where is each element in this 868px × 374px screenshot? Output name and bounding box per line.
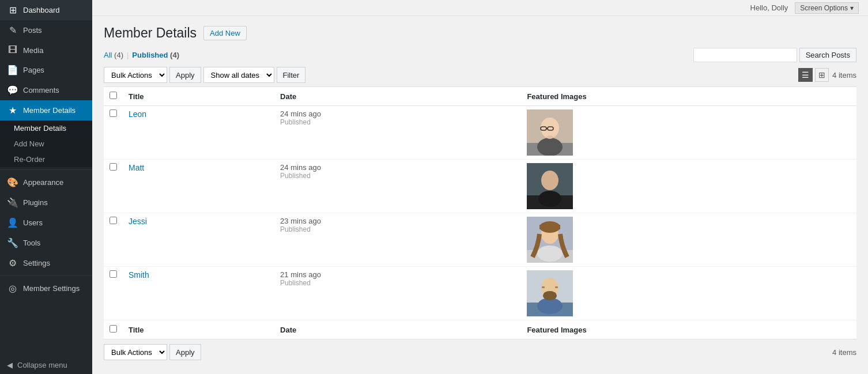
search-input[interactable] — [693, 48, 797, 62]
svg-point-22 — [543, 291, 557, 300]
submenu-re-order[interactable]: Re-Order — [0, 152, 92, 167]
sidebar-item-label: Pages — [23, 66, 44, 74]
row-status: Published — [280, 172, 515, 180]
date-filter-dropdown[interactable]: Show all dates — [204, 67, 274, 82]
row-title-cell: Jessi — [123, 213, 274, 267]
date-filter-select[interactable]: Show all dates — [203, 67, 274, 83]
screen-options-chevron-icon: ▾ — [850, 4, 854, 12]
apply-button-bottom[interactable]: Apply — [169, 344, 201, 360]
apply-button-top[interactable]: Apply — [169, 67, 201, 83]
row-date: 21 mins ago — [280, 270, 321, 279]
col-checkbox — [104, 87, 123, 106]
member-details-icon: ★ — [7, 105, 18, 116]
topbar: Hello, Dolly Screen Options ▾ — [92, 0, 868, 16]
col-title-footer: Title — [123, 320, 274, 339]
users-icon: 👤 — [7, 217, 18, 228]
sidebar-item-label: Comments — [23, 86, 59, 95]
row-checkbox-cell — [104, 106, 123, 160]
actions-left: Bulk Actions Apply Show all dates Filter — [104, 67, 305, 83]
collapse-menu-button[interactable]: ◀ Collapse menu — [0, 356, 92, 374]
bulk-actions-select-bottom[interactable]: Bulk Actions — [104, 344, 167, 360]
sidebar-item-member-settings[interactable]: ◎ Member Settings — [0, 278, 92, 299]
list-view-icon: ☰ — [802, 70, 809, 80]
bottom-bar: Bulk Actions Apply 4 items — [104, 344, 856, 360]
svg-point-7 — [546, 135, 553, 139]
submenu-add-new[interactable]: Add New — [0, 136, 92, 152]
post-title-link[interactable]: Matt — [129, 163, 144, 172]
search-posts-button[interactable]: Search Posts — [799, 48, 856, 62]
row-image-cell — [521, 267, 856, 320]
submenu-label: Member Details — [14, 124, 66, 133]
bulk-actions-dropdown-bottom[interactable]: Bulk Actions — [104, 345, 167, 360]
table-footer-row: Title Date Featured Images — [104, 320, 856, 339]
bulk-actions-select-top[interactable]: Bulk Actions — [104, 67, 167, 83]
sidebar-item-label: Dashboard — [23, 6, 60, 14]
comments-icon: 💬 — [7, 85, 18, 96]
row-checkbox-cell — [104, 213, 123, 267]
sidebar-item-plugins[interactable]: 🔌 Plugins — [0, 192, 92, 213]
post-title-link[interactable]: Leon — [129, 109, 146, 119]
sidebar-item-pages[interactable]: 📄 Pages — [0, 60, 92, 80]
row-checkbox-cell — [104, 267, 123, 320]
appearance-icon: 🎨 — [7, 177, 18, 188]
sidebar: ⊞ Dashboard ✎ Posts 🎞 Media 📄 Pages 💬 Co… — [0, 0, 92, 374]
filter-published-link[interactable]: Published (4) — [132, 51, 179, 59]
sidebar-item-label: Media — [23, 46, 43, 55]
sidebar-item-member-details[interactable]: ★ Member Details — [0, 100, 92, 120]
page-header: Member Details Add New — [104, 25, 856, 41]
row-checkbox[interactable] — [110, 217, 117, 224]
table-row: Jessi 23 mins ago Published — [104, 213, 856, 267]
media-icon: 🎞 — [7, 45, 18, 55]
col-images-footer: Featured Images — [521, 320, 856, 339]
sidebar-item-label: Users — [23, 218, 43, 227]
bulk-actions-dropdown-top[interactable]: Bulk Actions — [104, 67, 167, 82]
submenu-member-details[interactable]: Member Details — [0, 120, 92, 136]
view-icons: ☰ ⊞ — [798, 68, 829, 82]
col-checkbox-footer — [104, 320, 123, 339]
sidebar-item-comments[interactable]: 💬 Comments — [0, 80, 92, 100]
sidebar-item-dashboard[interactable]: ⊞ Dashboard — [0, 0, 92, 20]
row-checkbox[interactable] — [110, 270, 117, 278]
col-date-footer: Date — [274, 320, 521, 339]
select-all-checkbox-footer[interactable] — [110, 325, 117, 333]
sidebar-item-posts[interactable]: ✎ Posts — [0, 20, 92, 40]
sidebar-item-media[interactable]: 🎞 Media — [0, 40, 92, 60]
items-count-top: 4 items — [832, 71, 856, 80]
pages-icon: 📄 — [7, 65, 18, 75]
svg-point-11 — [538, 191, 561, 207]
post-title-link[interactable]: Smith — [129, 270, 149, 279]
row-checkbox[interactable] — [110, 163, 117, 171]
page-title: Member Details — [104, 25, 197, 41]
screen-options-button[interactable]: Screen Options ▾ — [795, 2, 859, 14]
post-title-link[interactable]: Jessi — [129, 217, 147, 226]
row-date: 24 mins ago — [280, 163, 321, 172]
svg-point-9 — [541, 171, 558, 190]
sidebar-item-appearance[interactable]: 🎨 Appearance — [0, 172, 92, 192]
sidebar-item-label: Member Details — [23, 106, 76, 115]
sidebar-item-label: Settings — [23, 259, 50, 267]
sidebar-item-label: Posts — [23, 26, 42, 35]
filter-button[interactable]: Filter — [277, 67, 306, 83]
row-image-cell — [521, 213, 856, 267]
row-image-cell — [521, 160, 856, 213]
bottom-actions-left: Bulk Actions Apply — [104, 344, 201, 360]
grid-view-button[interactable]: ⊞ — [815, 68, 829, 82]
list-view-button[interactable]: ☰ — [798, 68, 813, 82]
row-checkbox[interactable] — [110, 109, 117, 117]
table-body: Leon 24 mins ago Published — [104, 106, 856, 320]
col-images-header: Featured Images — [521, 87, 856, 106]
sidebar-item-users[interactable]: 👤 Users — [0, 213, 92, 233]
add-new-button[interactable]: Add New — [203, 26, 247, 40]
row-date-cell: 21 mins ago Published — [274, 267, 521, 320]
sidebar-item-settings[interactable]: ⚙ Settings — [0, 253, 92, 273]
select-all-checkbox[interactable] — [110, 92, 117, 99]
row-title-cell: Smith — [123, 267, 274, 320]
filter-all-link[interactable]: All (4) — [104, 51, 123, 59]
sidebar-sep — [0, 169, 92, 170]
col-date-header: Date — [274, 87, 521, 106]
row-title-cell: Leon — [123, 106, 274, 160]
sidebar-item-tools[interactable]: 🔧 Tools — [0, 233, 92, 253]
sidebar-item-label: Member Settings — [23, 284, 80, 293]
topbar-user: Hello, Dolly — [750, 3, 788, 12]
row-status: Published — [280, 279, 515, 287]
